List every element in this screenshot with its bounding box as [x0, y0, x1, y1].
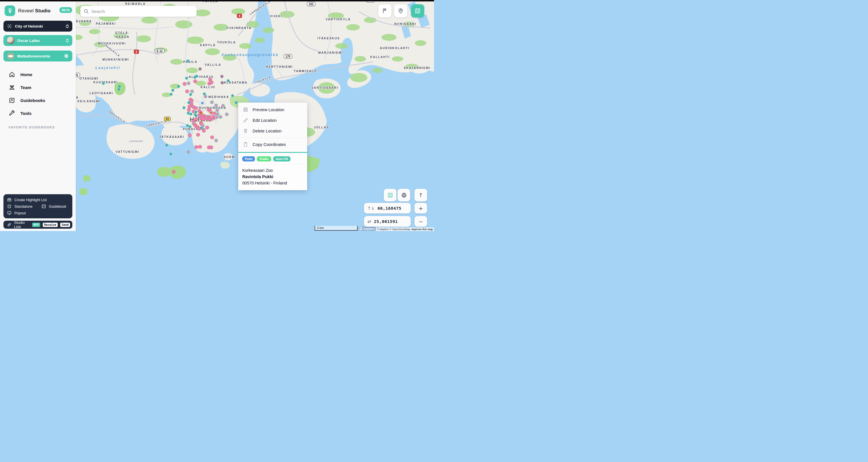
user-selector[interactable]: Oscar Laiho	[3, 35, 72, 46]
map-location-marker[interactable]	[195, 75, 198, 78]
minimap-button[interactable]	[384, 189, 396, 201]
map-location-marker[interactable]	[198, 67, 202, 71]
sidebar-item-home[interactable]: Home	[0, 68, 76, 81]
longitude-value: 25,001591	[374, 219, 398, 224]
map-location-marker[interactable]	[210, 100, 214, 104]
map-location-marker[interactable]	[210, 146, 213, 149]
gear-icon[interactable]	[64, 53, 69, 59]
map-location-marker[interactable]	[183, 106, 186, 110]
map-location-marker[interactable]	[172, 170, 176, 174]
map-location-marker[interactable]	[187, 59, 190, 63]
map-location-marker[interactable]	[219, 115, 222, 119]
map-location-marker[interactable]	[194, 106, 197, 110]
sidebar-item-tools[interactable]: Tools	[0, 107, 76, 119]
map-attribution: © Mapbox © OpenStreetMap Improve this ma…	[376, 228, 434, 231]
map-location-marker[interactable]	[196, 133, 200, 137]
sidebar-item-label: Team	[20, 85, 31, 90]
map-location-marker[interactable]	[190, 99, 194, 103]
map-outline-icon	[387, 192, 393, 198]
map-location-marker[interactable]	[208, 82, 211, 86]
studio-link-receive-button[interactable]: Receive	[43, 223, 58, 227]
sidebar-item-team[interactable]: Team	[0, 81, 76, 94]
map-mode-button[interactable]	[411, 4, 424, 18]
map-location-marker[interactable]	[220, 75, 224, 78]
longitude-field[interactable]: ⇄ 25,001591	[364, 216, 411, 227]
sidebar-item-guidebooks[interactable]: Guidebooks	[0, 94, 76, 107]
studio-link-panel: Studio Link Off Receive Send	[3, 221, 72, 229]
improve-map-link[interactable]: Improve this map	[411, 228, 433, 231]
map-location-marker[interactable]	[193, 80, 197, 83]
zoom-out-button[interactable]: −	[414, 216, 427, 227]
map-location-marker[interactable]	[225, 113, 229, 116]
menu-item-label: Delete Location	[253, 129, 282, 133]
attribution-text[interactable]: © Mapbox © OpenStreetMap	[377, 228, 410, 231]
map-location-marker[interactable]	[221, 104, 225, 108]
map-location-marker[interactable]	[185, 90, 189, 93]
latitude-field[interactable]: ↑↓ 60,168475	[364, 203, 411, 213]
map-location-marker[interactable]	[202, 129, 206, 133]
menu-item-delete-location[interactable]: Delete Location	[238, 125, 307, 136]
studio-link-off-toggle[interactable]: Off	[32, 223, 40, 227]
map-location-marker[interactable]	[211, 117, 214, 121]
menu-item-edit-location[interactable]: Edit Location	[238, 115, 307, 125]
guidebooks-icon	[9, 97, 15, 104]
map-place-label: KEILANIEMI	[78, 99, 101, 103]
menu-item-preview-location[interactable]: Preview Location	[238, 104, 307, 115]
map-location-marker[interactable]	[227, 79, 230, 83]
map-location-marker[interactable]	[187, 82, 191, 85]
map-location-marker[interactable]	[215, 115, 219, 119]
search-input[interactable]	[91, 9, 193, 14]
zoom-in-button[interactable]: +	[414, 203, 427, 213]
map-location-marker[interactable]	[177, 85, 180, 88]
tools-icon	[9, 110, 15, 117]
studio-link-send-button[interactable]: Send	[60, 223, 70, 227]
globe-button[interactable]	[398, 189, 410, 201]
map-location-marker[interactable]	[210, 136, 214, 139]
flag-button[interactable]	[378, 4, 392, 18]
map-location-marker[interactable]	[231, 94, 234, 97]
map-location-marker[interactable]	[188, 134, 192, 137]
map-location-marker[interactable]	[235, 101, 238, 104]
map-location-marker[interactable]	[165, 144, 168, 147]
location-pin-button[interactable]	[394, 4, 407, 18]
map-location-marker[interactable]	[189, 125, 192, 128]
map-place-label: VIIKKI	[270, 15, 282, 18]
map-location-marker[interactable]	[206, 126, 209, 129]
map-location-marker[interactable]	[187, 108, 191, 112]
compass-north-button[interactable]: ↑	[414, 189, 427, 201]
map-location-marker[interactable]	[102, 82, 105, 85]
guidebook-button[interactable]: Guidebook	[41, 204, 66, 209]
map-location-marker[interactable]	[117, 88, 121, 91]
map-location-marker[interactable]	[201, 102, 204, 105]
map-location-marker[interactable]	[187, 150, 190, 154]
map-location-marker[interactable]	[214, 104, 218, 108]
menu-item-copy-coordinates[interactable]: Copy Coordinates	[238, 138, 307, 150]
map-location-marker[interactable]	[172, 89, 175, 92]
scale-label: 3 km	[317, 226, 324, 230]
map-location-marker[interactable]	[195, 114, 198, 117]
land-otaniemi	[73, 65, 98, 113]
map-location-marker[interactable]	[216, 109, 219, 112]
map-location-marker[interactable]	[197, 127, 201, 131]
map-location-marker[interactable]	[204, 95, 208, 98]
standalone-button[interactable]: Standalone	[7, 204, 32, 209]
create-highlight-list-button[interactable]: Create Highlight List	[7, 197, 72, 203]
location-context-menu: Preview Location Edit Location Delete Lo…	[238, 103, 307, 190]
map-location-marker[interactable]	[183, 82, 187, 86]
map-location-marker[interactable]	[169, 93, 173, 96]
map-location-marker[interactable]	[195, 145, 198, 149]
map-location-marker[interactable]	[189, 93, 192, 96]
map-location-marker[interactable]	[169, 152, 173, 156]
map-location-marker[interactable]	[189, 113, 193, 116]
map-location-marker[interactable]	[198, 145, 202, 149]
map-location-marker[interactable]	[210, 111, 213, 114]
team-selector[interactable]: Matkailuneuvonta	[3, 51, 72, 61]
map-location-marker[interactable]	[185, 77, 188, 80]
beta-badge: BETA	[59, 7, 72, 13]
mapbox-logo[interactable]: mapbox	[358, 227, 377, 231]
popout-button[interactable]: Popout	[7, 210, 72, 216]
route-shield-badge: E 12	[155, 49, 164, 53]
map-location-marker[interactable]	[214, 139, 218, 143]
map-location-marker[interactable]	[221, 81, 224, 84]
workspace-selector[interactable]: City of Helsinki	[3, 21, 72, 32]
